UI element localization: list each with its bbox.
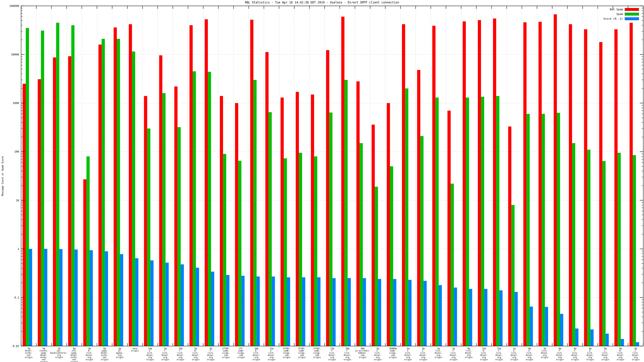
x-category-label: 2ff01.iadb.isipp.comorigin: [298, 347, 306, 359]
legend-swatch: [625, 17, 639, 20]
spam-bar: [299, 153, 302, 346]
score-bar: [530, 307, 533, 346]
x-category-label: 9@3.list.dnswl.orgorigin: [526, 347, 533, 361]
not-spam-bar: [554, 14, 557, 346]
spam-bar: [102, 39, 105, 346]
not-spam-bar: [235, 103, 238, 346]
x-category-label-line: origin: [435, 356, 442, 359]
score-bar: [150, 261, 154, 346]
score-bar: [393, 279, 396, 346]
score-bar: [500, 290, 503, 346]
not-spam-bar: [478, 20, 481, 346]
x-category-label: 6@spam.dnsbl.sorbs.netorigin: [101, 347, 108, 361]
x-category-label: 10@Y.list.dnswl.orgorigin: [344, 347, 351, 361]
spam-bar: [496, 96, 500, 346]
spam-bar: [253, 80, 256, 346]
x-category-label: noneorigin: [131, 347, 139, 352]
chart-title: RBL Statistics - Tue Apr 16 14:41:38 EDT…: [245, 1, 399, 4]
legend-label: Spam: [616, 12, 623, 16]
not-spam-bar: [448, 111, 450, 346]
x-category-label: 11@2.list.dnswl.orgorigin: [268, 347, 275, 361]
spam-bar: [512, 205, 515, 346]
x-category-label: 5@1.list.dnswl.orgorigin: [404, 347, 412, 361]
score-bar: [29, 249, 32, 346]
spam-bar: [238, 161, 242, 346]
x-category-label-line: origin: [298, 356, 306, 359]
score-bar: [166, 263, 168, 346]
x-category-label-line: origin: [252, 358, 260, 361]
not-spam-bar: [296, 92, 299, 346]
spam-bar: [193, 71, 196, 346]
score-bar: [135, 258, 138, 346]
not-spam-bar: [144, 96, 147, 346]
x-category-label: 3@1.list.dnswl.orgorigin: [420, 347, 427, 361]
spam-bar: [132, 51, 135, 346]
x-category-label: 3@list.dnswl.orgorigin: [541, 347, 548, 359]
x-category-label: 4@Y.list.dnswl.orgorigin: [571, 347, 579, 361]
spam-bar: [602, 161, 606, 346]
x-category-label-line: origin: [571, 358, 579, 361]
spam-bar: [572, 143, 575, 346]
legend-swatch: [625, 13, 639, 15]
x-category-label: 2@Y.list.dnswl.orgorigin: [450, 347, 458, 361]
y-tick-label: 100000: [9, 4, 19, 7]
score-bar: [272, 276, 275, 346]
not-spam-bar: [311, 94, 314, 346]
score-bar: [408, 280, 412, 346]
not-spam-bar: [614, 29, 618, 346]
x-category-label-line: origin: [586, 358, 594, 361]
not-spam-bar: [159, 55, 162, 346]
x-category-label-line: origin: [510, 358, 518, 361]
y-tick-label: 100: [14, 150, 19, 153]
y-tick-label: 10: [16, 199, 19, 202]
x-category-label-line: origin: [556, 358, 564, 361]
spam-bar: [147, 128, 150, 346]
spam-bar: [557, 113, 560, 346]
legend-entry-spam: Spam: [616, 12, 639, 16]
x-category-label-line: origin: [207, 358, 215, 361]
x-category-label: 0@list.dnswl.orgorigin: [465, 347, 473, 359]
score-bar: [211, 272, 214, 346]
x-category-labels: 7@dnsbl.sorbs.netorigin6@recent.spam.dns…: [25, 347, 640, 362]
x-category-label-line: origin: [86, 358, 93, 361]
x-category-label-line: origin: [237, 356, 245, 359]
score-bar: [287, 277, 290, 346]
spam-bar: [26, 28, 29, 346]
score-bar: [256, 276, 260, 346]
x-category-label-line: origin: [404, 358, 412, 361]
score-bar: [74, 249, 78, 346]
score-bar: [60, 249, 62, 346]
score-bar: [515, 292, 518, 346]
not-spam-bar: [205, 19, 208, 346]
score-bar: [332, 278, 336, 346]
not-spam-bar: [402, 24, 405, 346]
spam-bar: [208, 72, 211, 346]
not-spam-bar: [83, 179, 86, 346]
x-category-label: 3@Y.list.dnswl.orgorigin: [162, 347, 169, 361]
x-category-label: 4@2.list.dnswl.orgorigin: [632, 347, 640, 361]
rbl-statistics-chart: RBL Statistics - Tue Apr 16 14:41:38 EDT…: [0, 0, 644, 362]
not-spam-bar: [22, 84, 26, 346]
x-category-label-line: origin: [131, 350, 139, 352]
x-category-label-line: origin: [268, 358, 275, 361]
not-spam-bar: [387, 103, 390, 346]
x-category-label: 10@0.list.dnswl.orgorigin: [252, 347, 260, 361]
x-category-label: 1@list.dnswl.orgorigin: [435, 347, 442, 359]
score-bar: [302, 277, 305, 346]
x-category-label: 2@2.list.dnswl.orgorigin: [374, 347, 382, 361]
x-category-label-line: origin: [116, 356, 124, 359]
x-category-label: 9@0.list.dnswl.orgorigin: [617, 347, 624, 361]
not-spam-bar: [174, 86, 178, 346]
score-bar: [242, 276, 245, 346]
not-spam-bar: [523, 22, 526, 346]
spam-bar: [587, 150, 590, 346]
x-category-label: 14@2.list.dnswl.orgorigin: [146, 347, 154, 361]
score-bar: [560, 314, 563, 346]
spam-bar: [633, 155, 636, 346]
x-category-label-line: origin: [420, 358, 427, 361]
not-spam-bar: [265, 52, 268, 346]
score-bar: [575, 329, 578, 346]
x-category-label-line: origin: [374, 358, 382, 361]
score-bar: [181, 264, 184, 346]
spam-bar: [375, 187, 378, 346]
